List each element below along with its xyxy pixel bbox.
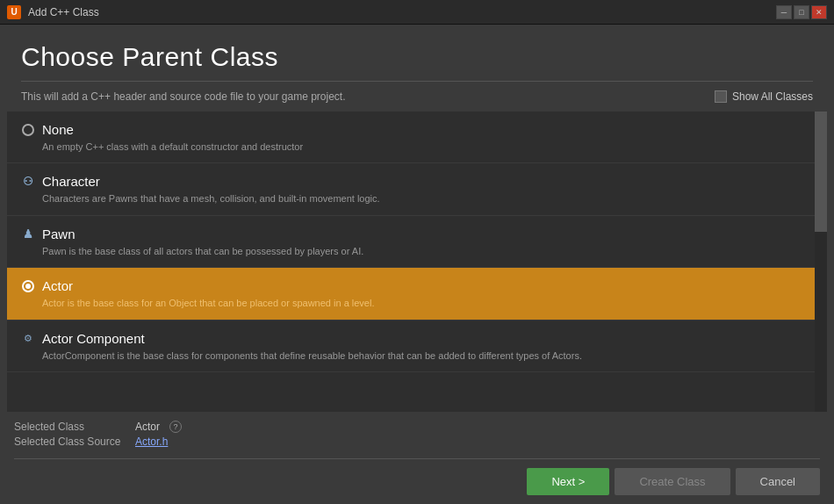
window-controls: ─ □ ✕ xyxy=(776,5,827,19)
show-all-row[interactable]: Show All Classes xyxy=(715,90,813,103)
window-title: Add C++ Class xyxy=(28,6,769,18)
subtitle-row: This will add a C++ header and source co… xyxy=(21,81,813,103)
close-button[interactable]: ✕ xyxy=(811,5,827,19)
next-button[interactable]: Next > xyxy=(527,468,609,495)
actor-component-icon-symbol: ⚙ xyxy=(24,333,32,344)
none-radio-icon xyxy=(21,123,35,137)
selected-info: Selected Class Actor ? Selected Class So… xyxy=(14,421,820,448)
radio-none xyxy=(22,124,34,136)
class-item-header-actor-component: ⚙ Actor Component xyxy=(21,331,801,346)
selected-class-source-value[interactable]: Actor.h xyxy=(135,436,168,448)
class-item-character[interactable]: ⚇ Character Characters are Pawns that ha… xyxy=(7,163,815,215)
class-item-actor[interactable]: Actor Actor is the base class for an Obj… xyxy=(7,268,815,320)
class-name-character: Character xyxy=(42,174,100,189)
class-name-none: None xyxy=(42,122,74,137)
class-item-header-character: ⚇ Character xyxy=(21,174,801,189)
class-name-actor: Actor xyxy=(42,278,73,293)
class-item-none[interactable]: None An empty C++ class with a default c… xyxy=(7,112,815,163)
show-all-checkbox[interactable] xyxy=(715,90,727,103)
selected-class-source-label: Selected Class Source xyxy=(14,436,128,448)
pawn-icon: ♟ xyxy=(21,227,35,241)
maximize-button[interactable]: □ xyxy=(794,5,809,19)
scrollbar-thumb[interactable] xyxy=(815,112,827,232)
create-class-button: Create Class xyxy=(615,468,730,495)
content-area: None An empty C++ class with a default c… xyxy=(7,112,827,412)
page-title: Choose Parent Class xyxy=(21,42,813,72)
class-name-pawn: Pawn xyxy=(42,227,75,241)
info-row-class: Selected Class Actor ? xyxy=(14,421,820,433)
title-bar: U Add C++ Class ─ □ ✕ xyxy=(0,0,834,25)
class-item-header-pawn: ♟ Pawn xyxy=(21,227,801,241)
class-desc-pawn: Pawn is the base class of all actors tha… xyxy=(21,245,801,258)
actor-component-icon: ⚙ xyxy=(21,331,35,345)
radio-actor xyxy=(22,280,34,292)
class-item-pawn[interactable]: ♟ Pawn Pawn is the base class of all act… xyxy=(7,216,815,268)
header: Choose Parent Class This will add a C++ … xyxy=(0,25,834,112)
selected-class-label: Selected Class xyxy=(14,421,128,433)
main-window: Choose Parent Class This will add a C++ … xyxy=(0,25,834,504)
app-icon: U xyxy=(7,5,21,19)
class-list: None An empty C++ class with a default c… xyxy=(7,112,815,412)
class-desc-actor-component: ActorComponent is the base class for com… xyxy=(21,349,801,363)
header-subtitle: This will add a C++ header and source co… xyxy=(21,90,346,103)
class-name-actor-component: Actor Component xyxy=(42,331,145,346)
character-icon: ⚇ xyxy=(21,175,35,189)
show-all-label: Show All Classes xyxy=(732,90,813,103)
scrollbar[interactable] xyxy=(815,112,827,412)
actor-radio-icon xyxy=(21,279,35,293)
scrollbar-track xyxy=(815,112,827,412)
cancel-button[interactable]: Cancel xyxy=(736,468,820,495)
info-row-source: Selected Class Source Actor.h xyxy=(14,436,820,448)
class-desc-actor: Actor is the base class for an Object th… xyxy=(21,297,801,310)
button-row: Next > Create Class Cancel xyxy=(14,468,820,495)
selected-class-value: Actor xyxy=(135,421,160,433)
class-item-actor-component[interactable]: ⚙ Actor Component ActorComponent is the … xyxy=(7,320,815,372)
minimize-button[interactable]: ─ xyxy=(776,5,792,19)
footer: Selected Class Actor ? Selected Class So… xyxy=(0,412,834,504)
class-desc-character: Characters are Pawns that have a mesh, c… xyxy=(21,192,801,205)
character-icon-symbol: ⚇ xyxy=(23,175,33,188)
help-icon[interactable]: ? xyxy=(169,421,182,433)
footer-divider xyxy=(14,458,820,459)
class-desc-none: An empty C++ class with a default constr… xyxy=(21,140,801,154)
class-item-header-none: None xyxy=(21,122,801,137)
pawn-icon-symbol: ♟ xyxy=(23,227,33,241)
class-item-header-actor: Actor xyxy=(21,278,801,293)
